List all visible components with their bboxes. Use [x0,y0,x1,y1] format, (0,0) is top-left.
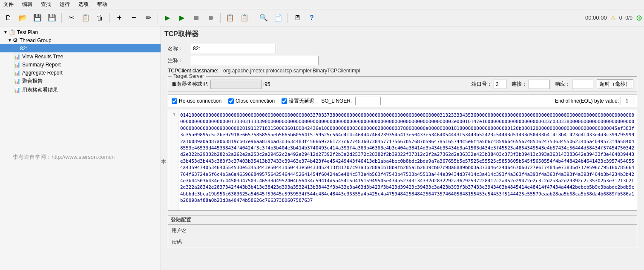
timeout-label: 超时（毫秒） [597,79,633,89]
shutdown-button[interactable]: ⏺ [204,11,218,25]
send-text-label: 要发送的文本 [161,158,166,165]
sidebar-item-label-test-plan: Test Plan [17,29,38,35]
tree: ▼ 📋 Test Plan ▼ ⚙ Thread Group ✏ 82: 📊 [0,26,161,96]
new-button[interactable]: 🗋 [2,11,15,25]
close-connection-checkbox[interactable] [228,98,234,104]
run-button[interactable]: ▶ [161,11,174,25]
panel-title: TCP取样器 [164,30,641,39]
solinger-item: SO_LINGER: [321,97,381,105]
server-input[interactable] [210,80,262,89]
reuse-connection-item: Re-use connection [172,98,221,104]
nodelay-checkbox[interactable] [282,98,287,104]
menu-options[interactable]: 选项 [77,0,90,9]
thread-group-icon: ⚙ [13,37,18,43]
toolbar-sep-4 [220,13,221,23]
menu-find[interactable]: 查找 [39,0,53,9]
sidebar-item-label-summary-report: Summary Report [22,62,61,68]
watermark: 李考道自学网：http://www.sterson.comcn [13,153,115,161]
nodelay-label: 设置无延迟 [289,98,314,105]
delete-button[interactable]: 🗑 [93,11,107,25]
tcpclient-value: org.apache.jmeter.protocol.tcp.sampler.B… [223,68,360,74]
expand-icon-test-plan: ▼ [3,30,8,34]
status-icon: ⊕ [636,13,642,23]
response-input[interactable] [572,80,593,89]
copy2-button[interactable]: 📋 [223,11,237,25]
warn-icon: ⚠ [610,14,616,21]
aggregate-icon: 📊 [14,69,20,76]
reuse-connection-checkbox[interactable] [172,98,177,104]
toolbar-sep-3 [158,13,158,23]
save-button[interactable]: 💾 [31,11,44,25]
runstop-button[interactable]: ▶ [175,11,189,25]
target-server-legend: Target Server [172,73,206,79]
test-plan-icon: 📋 [9,29,15,35]
menu-edit[interactable]: 编辑 [20,0,34,9]
sidebar-item-label-poly-report: 聚合报告 [22,78,43,85]
menu-help[interactable]: 帮助 [95,0,109,9]
sidebar-item-view-results[interactable]: 📊 View Results Tree [0,52,161,60]
stop-button[interactable]: ⏹ [190,11,203,25]
hex-content[interactable]: 0141000000000000000000000000000000000000… [178,110,637,210]
poly-icon: 📊 [14,78,20,84]
clear-button[interactable]: ✏ [141,11,155,25]
table-icon: 📊 [14,87,20,93]
remote-button[interactable]: 🖥 [290,11,304,25]
login-legend: 登陆配置 [168,215,637,225]
cut-button[interactable]: ✂ [64,11,78,25]
port-input[interactable] [494,80,506,89]
summary-icon: 📊 [14,61,20,68]
sidebar-item-label-82: 82: [20,46,27,52]
saveas-button[interactable]: 💾 [45,11,59,25]
warn-count: 0 [619,15,622,21]
template-button[interactable]: 📄 [271,11,285,25]
open-button[interactable]: 📂 [16,11,30,25]
toolbar: 🗋 📂 💾 💾 ✂ 📋 🗑 + − ✏ ▶ ▶ ⏹ ⏺ 📋 📋 🔍 📄 🖥 ? … [0,9,644,26]
solinger-label: SO_LINGER: [321,98,352,104]
total-count: 0/0 [625,15,632,21]
sidebar-item-aggregate-report[interactable]: 📊 Aggregate Report [0,69,161,77]
password-input[interactable] [189,238,633,246]
comment-label: 注释： [168,57,189,64]
help-button[interactable]: ? [305,11,319,25]
menubar: 文件 编辑 查找 运行 选项 帮助 [0,0,644,9]
target-server-fieldset: Target Server 服务器名称或IP: :95 端口号： 连接： 响应： [168,76,637,92]
view-results-icon: 📊 [14,53,20,60]
name-label: 名称： [168,45,189,52]
username-row: 用户名 [168,225,637,236]
add-button[interactable]: + [112,11,126,25]
menu-run[interactable]: 运行 [58,0,72,9]
username-input[interactable] [189,226,633,235]
sidebar-item-test-plan[interactable]: ▼ 📋 Test Plan [0,28,161,36]
elapsed-time: 00:00:00 [585,14,607,21]
name-input[interactable] [191,44,276,53]
line-number: 1 [168,110,178,210]
sidebar-item-summary-report[interactable]: 📊 Summary Report [0,60,161,69]
eol-input[interactable] [621,97,633,105]
menu-file[interactable]: 文件 [2,0,15,9]
close-connection-item: Close connection [228,98,275,104]
comment-input[interactable] [191,56,319,65]
close-connection-label: Close connection [236,98,275,104]
name-row: 名称： [168,44,637,53]
content-panel: TCP取样器 名称： 注释： TCPClient classname: org.… [161,26,644,270]
remove-button[interactable]: − [127,11,141,25]
main-form: 名称： 注释： TCPClient classname: org.apache.… [164,42,641,250]
sidebar-item-82[interactable]: ✏ 82: [0,44,161,52]
sidebar-item-label-table-results: 用表格察看结果 [22,86,58,94]
toolbar-sep-1 [61,13,62,23]
copy-button[interactable]: 📋 [79,11,92,25]
sidebar-item-label-thread-group: Thread Group [20,37,52,43]
tcpclient-label: TCPClient classname: [168,68,223,74]
connect-input[interactable] [529,80,550,89]
paste-button[interactable]: 📋 [238,11,251,25]
sidebar-item-thread-group[interactable]: ▼ ⚙ Thread Group [0,36,161,44]
connect-label: 连接： [512,80,527,88]
toolbar-sep-2 [109,13,110,23]
sidebar-item-poly-report[interactable]: 📊 聚合报告 [0,77,161,86]
login-section: 登陆配置 用户名 密码 [168,215,637,248]
sidebar-item-table-results[interactable]: 📊 用表格察看结果 [0,86,161,95]
search-button[interactable]: 🔍 [257,11,270,25]
sidebar-item-label-view-results: View Results Tree [22,54,63,60]
toolbar-sep-5 [254,13,254,23]
solinger-input[interactable] [355,97,381,105]
